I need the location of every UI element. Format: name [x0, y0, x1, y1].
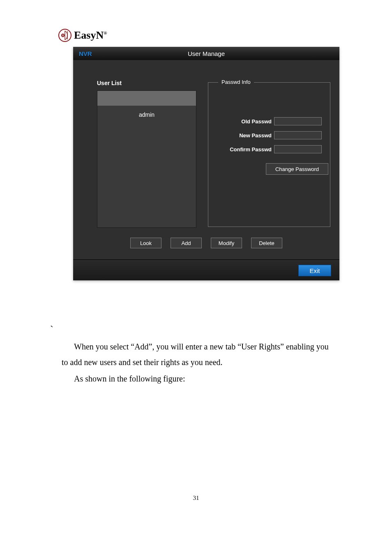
user-list-label: User List: [97, 80, 122, 86]
delete-button[interactable]: Delete: [251, 238, 282, 248]
brand-logo: EasyN®: [58, 29, 107, 42]
logo-registered-icon: ®: [104, 30, 107, 35]
svg-point-2: [62, 35, 63, 36]
user-list-box[interactable]: admin: [97, 90, 196, 228]
passwd-info-fieldset: Passwd Info Old Passwd New Passwd Confir…: [208, 82, 330, 227]
paragraph-1: When you select “Add”, you will enter a …: [62, 339, 335, 370]
old-passwd-row: Old Passwd: [208, 117, 322, 125]
panel-body: User List admin Passwd Info Old Passwd N…: [73, 60, 339, 260]
action-button-row: Look Add Modify Delete: [73, 238, 339, 248]
logo-text: EasyN®: [74, 29, 107, 42]
panel-footer: Exit: [73, 259, 339, 280]
new-passwd-label: New Passwd: [208, 132, 274, 139]
exit-button[interactable]: Exit: [298, 265, 331, 276]
brand-label: NVR: [79, 50, 92, 57]
page-number: 31: [0, 495, 392, 502]
confirm-passwd-input[interactable]: [274, 145, 322, 153]
paragraph-2: As shown in the following figure:: [62, 371, 335, 386]
modify-button[interactable]: Modify: [211, 238, 242, 248]
panel-title: User Manage: [188, 50, 225, 57]
old-passwd-label: Old Passwd: [208, 118, 274, 125]
confirm-passwd-row: Confirm Passwd: [208, 145, 322, 153]
panel-titlebar: NVR User Manage: [73, 47, 339, 60]
user-manage-panel: NVR User Manage User List admin Passwd I…: [73, 47, 339, 280]
change-password-button[interactable]: Change Password: [266, 163, 328, 175]
old-passwd-input[interactable]: [274, 117, 322, 125]
add-button[interactable]: Add: [171, 238, 202, 248]
new-passwd-row: New Passwd: [208, 131, 322, 139]
confirm-passwd-label: Confirm Passwd: [208, 146, 274, 153]
look-button[interactable]: Look: [130, 238, 161, 248]
new-passwd-input[interactable]: [274, 131, 322, 139]
stray-backtick: `: [50, 324, 53, 335]
passwd-info-legend: Passwd Info: [218, 79, 254, 85]
logo-mark-icon: [58, 29, 71, 42]
user-list-selection-highlight: [97, 91, 196, 106]
user-list-item[interactable]: admin: [97, 111, 196, 118]
